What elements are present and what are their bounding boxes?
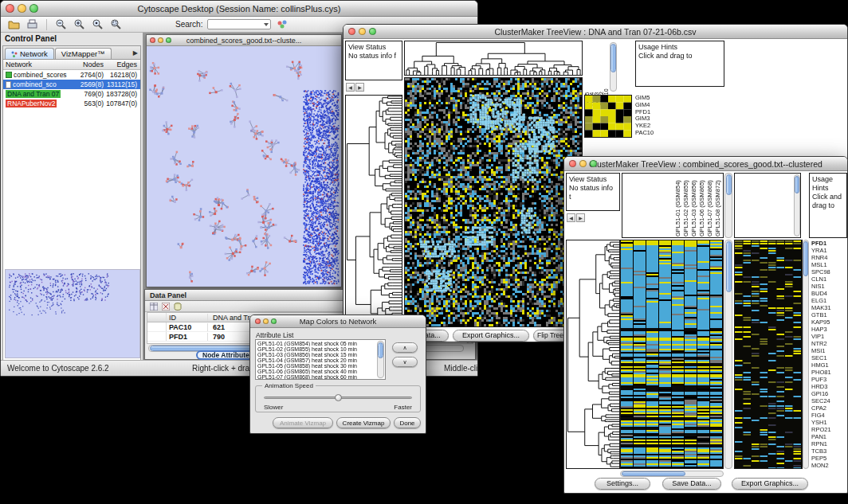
scrollbar-thumb[interactable]: [795, 176, 799, 193]
gene-label[interactable]: HRD3: [811, 383, 847, 390]
attribute-item[interactable]: GPL51-07 (GSM868) heat shock 60 min: [257, 374, 377, 380]
zoom-window-icon[interactable]: [166, 37, 171, 43]
scroll-right-icon[interactable]: ▶: [576, 213, 585, 222]
gene-label[interactable]: CPA2: [811, 404, 847, 412]
zoom-window-icon[interactable]: [29, 4, 38, 13]
search-input[interactable]: [207, 19, 271, 29]
gene-list[interactable]: PFD1YRA1RNR4MSL1SPC98CLN1NIS1BUD4ELG1MAK…: [811, 240, 847, 469]
attribute-delete-icon[interactable]: [161, 302, 170, 311]
scrollbar-thumb[interactable]: [726, 174, 732, 195]
slider-thumb[interactable]: [335, 394, 342, 401]
gene-label[interactable]: TCB3: [811, 447, 847, 455]
similarity-matrix-thumbnail[interactable]: [584, 95, 632, 138]
search-combo-arrow-icon[interactable]: [264, 23, 269, 26]
close-icon[interactable]: [150, 37, 155, 43]
scroll-left-icon[interactable]: ◀: [567, 213, 575, 222]
gene-label[interactable]: CLN1: [811, 275, 847, 283]
export-graphics-button[interactable]: Export Graphics...: [453, 330, 529, 342]
network-row-combined-scores[interactable]: combined_scores 2764(0) 16218(0): [3, 70, 140, 80]
tab-overflow-icon[interactable]: ▶: [133, 49, 138, 57]
gene-label[interactable]: SEC24: [811, 397, 847, 404]
gene-label[interactable]: MON2: [811, 462, 847, 469]
gene-label[interactable]: PAN1: [811, 433, 847, 440]
network-row-selected[interactable]: combined_sco 2569(8) 13112(15): [3, 80, 140, 89]
network-overview-thumbnail[interactable]: [5, 269, 140, 358]
gene-label[interactable]: PEP5: [811, 455, 847, 462]
attribute-item[interactable]: GPL51-03 (GSM856) heat shock 15 min: [257, 352, 377, 357]
gene-label[interactable]: MSI1: [811, 347, 847, 354]
done-button[interactable]: Done: [394, 417, 421, 428]
cluster-heatmap[interactable]: [620, 240, 724, 469]
gene-label[interactable]: PHO81: [811, 369, 847, 376]
move-down-button[interactable]: ∨: [392, 357, 418, 367]
gene-label[interactable]: PUF3: [811, 376, 847, 383]
minimize-icon[interactable]: [579, 160, 587, 167]
minimize-icon[interactable]: [359, 28, 366, 35]
network-view-titlebar[interactable]: combined_scores_good.txt--cluste...: [147, 35, 341, 46]
column-edges[interactable]: Edges: [104, 61, 139, 68]
column-dendrogram[interactable]: [404, 41, 583, 76]
attribute-list[interactable]: GPL51-01 (GSM854) heat shock 05 minGPL51…: [255, 339, 386, 380]
scrollbar-thumb[interactable]: [610, 44, 616, 72]
export-graphics-button[interactable]: Export Graphics...: [732, 478, 808, 490]
cytoscape-titlebar[interactable]: Cytoscape Desktop (Session Name: collins…: [1, 1, 477, 17]
gene-label[interactable]: MSL1: [811, 261, 847, 268]
gene-label[interactable]: YSH1: [811, 419, 847, 426]
column-nodes[interactable]: Nodes: [72, 61, 104, 68]
close-icon[interactable]: [6, 4, 14, 13]
tab-network[interactable]: Network: [5, 48, 54, 59]
gene-label[interactable]: VIP1: [811, 333, 847, 340]
open-folder-icon[interactable]: [7, 18, 21, 31]
treeview-combined-titlebar[interactable]: ClusterMaker TreeView : combined_scores_…: [564, 157, 847, 171]
network-row-dna-tran[interactable]: DNA and Tran 07 769(0) 183728(0): [3, 89, 140, 99]
scrollbar-thumb[interactable]: [726, 241, 732, 292]
column-network[interactable]: Network: [3, 61, 72, 68]
gene-label[interactable]: RNR4: [811, 254, 847, 261]
gene-label[interactable]: SPC98: [811, 268, 847, 275]
heatmap-hscrollbar[interactable]: [620, 471, 724, 477]
scrollbar-thumb[interactable]: [378, 342, 383, 358]
scrollbar-thumb[interactable]: [622, 471, 685, 476]
attribute-item[interactable]: GPL51-02 (GSM855) heat shock 10 min: [257, 346, 377, 352]
right-header-vscrollbar[interactable]: [794, 174, 800, 236]
gene-list-vscrollbar[interactable]: [803, 240, 809, 469]
close-icon[interactable]: [255, 318, 261, 324]
gene-label[interactable]: KAP95: [811, 318, 847, 326]
network-view-canvas[interactable]: [147, 46, 341, 287]
scroll-right-icon[interactable]: ▶: [355, 83, 364, 92]
label-vscrollbar[interactable]: [610, 42, 617, 92]
save-data-button[interactable]: Save Data...: [662, 478, 721, 490]
gene-label[interactable]: FIG4: [811, 412, 847, 419]
attribute-item[interactable]: GPL51-05 (GSM858) heat shock 30 min: [257, 363, 377, 369]
gene-label[interactable]: MAK31: [811, 304, 847, 311]
attribute-list-vscrollbar[interactable]: [377, 341, 384, 378]
dialog-titlebar[interactable]: Map Colors to Network: [250, 315, 426, 328]
attribute-batch-icon[interactable]: [173, 302, 182, 311]
column-labels-vscrollbar[interactable]: [724, 173, 732, 238]
gene-label[interactable]: RPO21: [811, 426, 847, 433]
gene-label[interactable]: NIS1: [811, 283, 847, 290]
animation-speed-slider[interactable]: [264, 397, 412, 399]
minimize-icon[interactable]: [158, 37, 163, 43]
gene-label[interactable]: GPI16: [811, 390, 847, 397]
gene-label[interactable]: RPN1: [811, 440, 847, 447]
attribute-item[interactable]: GPL51-04 (GSM857) heat shock 20 min: [257, 357, 377, 363]
zoom-window-icon[interactable]: [590, 160, 597, 167]
gene-label[interactable]: PFD1: [811, 240, 847, 247]
vizmapper-icon[interactable]: [276, 18, 289, 31]
minimize-icon[interactable]: [263, 318, 269, 324]
minimize-icon[interactable]: [18, 4, 26, 13]
network-row-rnapuber[interactable]: RNAPuberNov2 563(0) 107847(0): [3, 99, 140, 108]
attribute-item[interactable]: GPL51-01 (GSM854) heat shock 05 min: [257, 341, 377, 346]
move-up-button[interactable]: ∧: [392, 342, 418, 353]
gene-label[interactable]: NTR2: [811, 340, 847, 347]
secondary-heatmap[interactable]: [734, 240, 803, 469]
gene-label[interactable]: HMG1: [811, 361, 847, 369]
gene-label[interactable]: GTB1: [811, 311, 847, 318]
scroll-left-icon[interactable]: ◀: [346, 83, 355, 92]
zoom-window-icon[interactable]: [271, 318, 277, 324]
gene-label[interactable]: SEC1: [811, 354, 847, 361]
settings-button[interactable]: Settings...: [595, 478, 650, 490]
column-id[interactable]: ID: [167, 314, 208, 322]
scrollbar-thumb[interactable]: [803, 241, 808, 276]
